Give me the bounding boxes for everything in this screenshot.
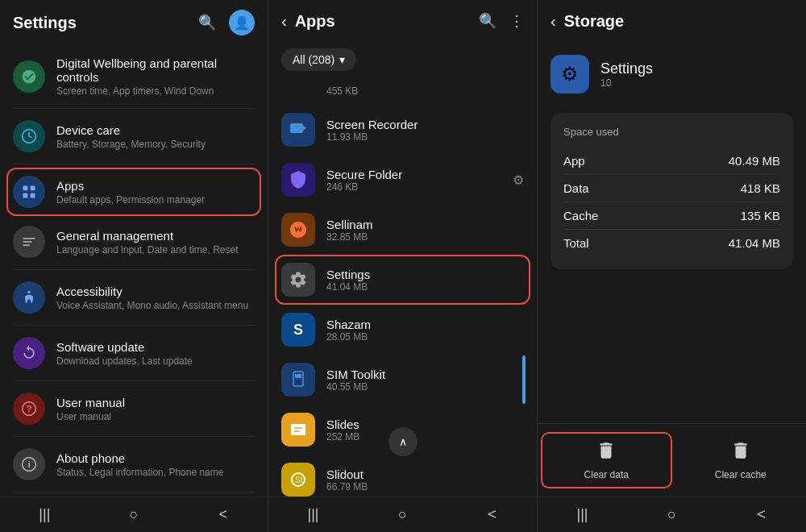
settings-item-title-user-manual: User manual — [56, 396, 125, 409]
app-icon-secure-folder — [281, 163, 315, 197]
svg-rect-2 — [31, 186, 35, 191]
apps-back-arrow[interactable]: ‹ — [281, 12, 287, 31]
settings-header: Settings 🔍 👤 — [0, 0, 268, 45]
app-item-secure-folder[interactable]: Secure Folder246 KB⚙ — [275, 155, 530, 205]
settings-item-icon-about-phone: i — [13, 448, 45, 480]
app-item-settings[interactable]: Settings41.04 MB — [275, 255, 530, 305]
nav-home-mid[interactable]: ○ — [387, 503, 419, 527]
app-icon-sim-toolkit — [281, 363, 315, 397]
app-size-shazam: 28.05 MB — [326, 331, 371, 343]
right-bottom-nav: ||| ○ < — [538, 497, 806, 532]
apps-header-left: ‹ Apps — [281, 12, 335, 31]
svg-rect-18 — [295, 374, 301, 378]
space-row-app: App40.49 MB — [563, 148, 780, 175]
settings-item-icon-general-management — [13, 226, 45, 258]
svg-rect-17 — [293, 372, 303, 386]
storage-app-icon: ⚙ — [550, 55, 589, 94]
apps-more-icon[interactable]: ⋮ — [509, 12, 524, 30]
settings-item-user-manual[interactable]: ?User manualUser manual — [0, 384, 268, 433]
nav-home-right[interactable]: ○ — [656, 503, 688, 527]
avatar[interactable]: 👤 — [229, 10, 255, 35]
svg-point-8 — [27, 291, 30, 293]
settings-item-sub-device-care: Battery, Storage, Memory, Security — [56, 139, 206, 150]
app-size-slidout: 66.79 MB — [326, 481, 368, 493]
app-icon-screen-recorder — [281, 113, 315, 147]
app-icon-slidout: SL — [281, 463, 315, 497]
settings-item-accessibility[interactable]: AccessibilityVoice Assistant, Mono audio… — [0, 273, 268, 322]
app-size-settings: 41.04 MB — [326, 281, 370, 293]
apps-search-icon[interactable]: 🔍 — [479, 12, 496, 30]
settings-item-software-update[interactable]: Software updateDownload updates, Last up… — [0, 329, 268, 377]
mid-bottom-nav: ||| ○ < — [268, 497, 537, 532]
clear-data-button[interactable]: Clear data — [541, 432, 672, 488]
app-item-shazam[interactable]: SShazam28.05 MB — [275, 305, 530, 355]
settings-item-sub-about-phone: Status, Legal information, Phone name — [56, 467, 223, 478]
storage-actions: Clear dataClear cache — [538, 423, 806, 497]
storage-panel: ‹ Storage ⚙ Settings 10 Space used App40… — [538, 0, 806, 532]
svg-rect-19 — [291, 424, 305, 435]
space-label-cache: Cache — [563, 209, 598, 222]
space-value-cache: 135 KB — [741, 209, 780, 222]
settings-item-general-management[interactable]: General managementLanguage and input, Da… — [0, 218, 268, 266]
filter-pill[interactable]: All (208) ▾ — [281, 48, 356, 71]
filter-bar: All (208) ▾ — [268, 42, 537, 77]
storage-header-left: ‹ Storage — [550, 12, 624, 31]
nav-back-mid[interactable]: < — [476, 503, 509, 527]
app-item-slidout[interactable]: SLSlidout66.79 MB — [275, 455, 530, 497]
settings-item-title-accessibility: Accessibility — [56, 285, 248, 298]
app-name-slidout: Slidout — [326, 468, 368, 481]
svg-rect-3 — [23, 193, 28, 198]
app-size-sellinam: 32.85 MB — [326, 231, 373, 243]
app-gear-secure-folder[interactable]: ⚙ — [513, 172, 524, 188]
settings-item-icon-digital-wellbeing — [13, 60, 45, 93]
settings-item-icon-user-manual: ? — [13, 393, 45, 425]
settings-item-device-care[interactable]: Device careBattery, Storage, Memory, Sec… — [0, 112, 268, 160]
clear-cache-button[interactable]: Clear cache — [675, 432, 807, 488]
storage-header: ‹ Storage — [538, 0, 806, 42]
app-item-sellinam[interactable]: Sellinam32.85 MB — [275, 205, 530, 255]
settings-item-title-general-management: General management — [56, 229, 239, 243]
nav-recent-left[interactable]: ||| — [28, 503, 60, 527]
settings-item-sub-user-manual: User manual — [56, 411, 125, 422]
scroll-up-button[interactable]: ∧ — [388, 427, 418, 456]
nav-back-right[interactable]: < — [746, 503, 778, 527]
settings-item-sub-software-update: Download updates, Last update — [56, 355, 193, 367]
settings-item-sub-apps: Default apps, Permission manager — [56, 194, 205, 206]
space-value-app: 40.49 MB — [729, 154, 780, 168]
space-label-app: App — [563, 154, 585, 168]
app-item-screen-recorder[interactable]: Screen Recorder11.93 MB — [275, 105, 530, 155]
app-name-screen-recorder: Screen Recorder — [326, 118, 418, 131]
nav-recent-mid[interactable]: ||| — [297, 503, 330, 527]
settings-item-about-phone[interactable]: iAbout phoneStatus, Legal information, P… — [0, 440, 268, 488]
nav-back-left[interactable]: < — [207, 503, 239, 527]
settings-item-title-about-phone: About phone — [56, 451, 223, 465]
settings-item-developer-options[interactable]: {}Developer optionsDeveloper options — [0, 496, 268, 497]
app-name-shazam: Shazam — [326, 318, 371, 331]
svg-marker-15 — [303, 126, 306, 131]
space-used-title: Space used — [563, 126, 780, 138]
settings-item-apps[interactable]: AppsDefault apps, Permission manager — [6, 168, 261, 216]
svg-rect-14 — [290, 123, 303, 133]
settings-item-digital-wellbeing[interactable]: Digital Wellbeing and parental controlsS… — [0, 48, 268, 105]
svg-text:S: S — [293, 322, 303, 338]
filter-label: All (208) — [293, 53, 334, 66]
nav-home-left[interactable]: ○ — [118, 503, 150, 527]
clear-data-icon — [596, 440, 617, 466]
apps-header-icons: 🔍 ⋮ — [479, 12, 524, 30]
settings-item-sub-general-management: Language and input, Date and time, Reset — [56, 244, 239, 256]
svg-text:i: i — [27, 459, 30, 469]
app-icon-sellinam — [281, 213, 315, 247]
settings-item-sub-accessibility: Voice Assistant, Mono audio, Assistant m… — [56, 300, 248, 311]
settings-item-title-digital-wellbeing: Digital Wellbeing and parental controls — [56, 56, 255, 84]
app-size-slides: 252 MB — [326, 431, 359, 443]
storage-back-arrow[interactable]: ‹ — [550, 12, 556, 31]
nav-recent-right[interactable]: ||| — [567, 503, 599, 527]
app-item-sim-toolkit[interactable]: SIM Toolkit40.55 MB — [275, 355, 530, 405]
app-name-secure-folder: Secure Folder — [326, 168, 402, 181]
apps-panel: ‹ Apps 🔍 ⋮ All (208) ▾ 455 KBScreen Reco… — [268, 0, 538, 532]
app-name-sellinam: Sellinam — [326, 218, 373, 231]
apps-title: Apps — [295, 12, 335, 31]
app-icon-settings — [281, 263, 315, 297]
app-name-slides: Slides — [326, 418, 359, 431]
search-icon[interactable]: 🔍 — [198, 14, 216, 31]
